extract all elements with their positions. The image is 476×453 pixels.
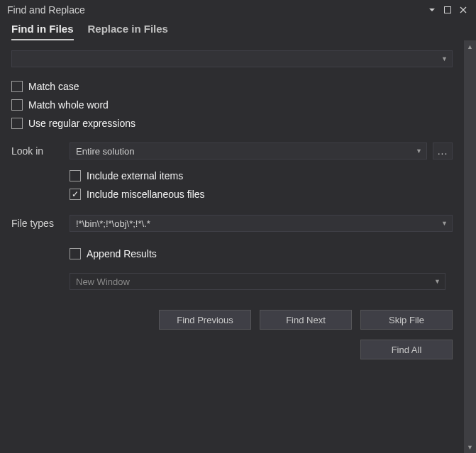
titlebar: Find and Replace: [0, 0, 476, 18]
svg-rect-0: [445, 7, 451, 13]
chevron-down-icon: ▼: [416, 147, 422, 155]
include-misc-label: Include miscellaneous files: [87, 189, 205, 200]
find-next-button[interactable]: Find Next: [260, 310, 352, 330]
tab-bar: Find in Files Replace in Files: [0, 18, 476, 40]
tab-replace-in-files[interactable]: Replace in Files: [88, 23, 168, 40]
find-previous-button[interactable]: Find Previous: [159, 310, 251, 330]
use-regex-checkbox[interactable]: [11, 118, 23, 129]
append-results-checkbox[interactable]: [70, 248, 81, 259]
browse-button[interactable]: ...: [433, 142, 453, 160]
match-whole-word-checkbox[interactable]: [11, 99, 23, 111]
match-whole-word-label: Match whole word: [28, 99, 109, 111]
dialog-content: ▼ Match case Match whole word Use regula…: [0, 40, 464, 453]
results-window-value: New Window: [76, 276, 130, 287]
find-all-button[interactable]: Find All: [360, 340, 453, 359]
append-results-label: Append Results: [87, 248, 157, 259]
file-types-input[interactable]: !*\bin\*;!*\obj\*;!*\.* ▼: [70, 215, 453, 232]
look-in-select[interactable]: Entire solution ▼: [70, 142, 427, 160]
close-icon[interactable]: [458, 4, 469, 16]
tab-find-in-files[interactable]: Find in Files: [11, 23, 74, 40]
chevron-down-icon: ▼: [434, 278, 441, 285]
window-title: Find and Replace: [7, 4, 426, 16]
look-in-value: Entire solution: [76, 146, 134, 157]
chevron-down-icon: ▼: [441, 220, 448, 227]
include-external-label: Include external items: [87, 170, 183, 181]
ellipsis-icon: ...: [438, 145, 448, 157]
include-misc-checkbox[interactable]: [70, 189, 81, 200]
scrollbar[interactable]: ▲ ▼: [464, 40, 476, 453]
skip-file-button[interactable]: Skip File: [360, 310, 453, 330]
scroll-up-icon[interactable]: ▲: [464, 40, 476, 52]
search-term-input[interactable]: ▼: [11, 50, 453, 67]
window-controls: [426, 4, 469, 16]
window-menu-icon[interactable]: [426, 4, 438, 16]
file-types-label: File types: [11, 218, 64, 229]
look-in-label: Look in: [11, 145, 64, 157]
include-external-checkbox[interactable]: [70, 170, 81, 181]
chevron-down-icon: ▼: [441, 55, 448, 62]
scroll-down-icon[interactable]: ▼: [464, 441, 476, 453]
use-regex-label: Use regular expressions: [28, 118, 135, 129]
file-types-value: !*\bin\*;!*\obj\*;!*\.*: [76, 218, 150, 229]
results-window-select[interactable]: New Window ▼: [70, 273, 445, 290]
maximize-icon[interactable]: [442, 4, 453, 16]
match-case-checkbox[interactable]: [11, 81, 23, 92]
match-case-label: Match case: [28, 81, 79, 92]
